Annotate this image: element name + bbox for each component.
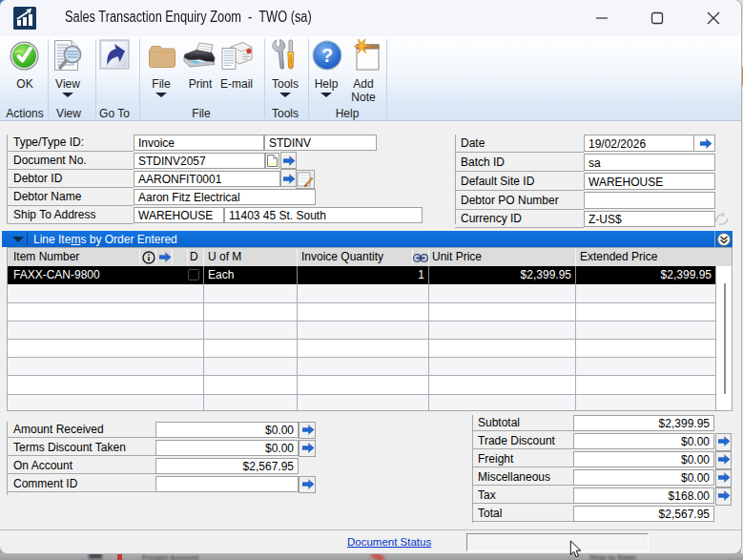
svg-text:?: ?: [321, 45, 333, 66]
